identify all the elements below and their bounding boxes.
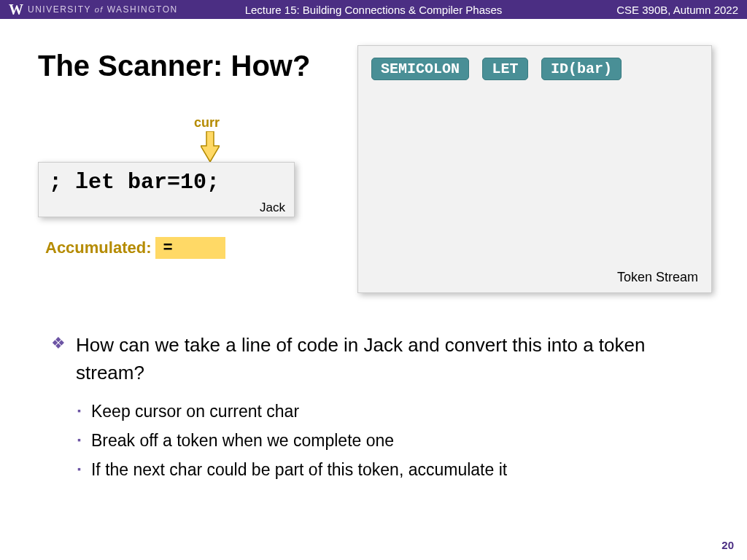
sub-bullet: ▪ Break off a token when we complete one <box>77 429 693 452</box>
main-bullet-text: How can we take a line of code in Jack a… <box>76 331 693 386</box>
lecture-title: Lecture 15: Building Connections & Compi… <box>245 4 503 16</box>
code-text: ; let bar=10; <box>49 170 284 195</box>
sub-bullet: ▪ If the next char could be part of this… <box>77 458 693 481</box>
accumulated-box: = <box>155 237 225 259</box>
sub-bullet-text: If the next char could be part of this t… <box>91 458 507 481</box>
main-bullet: ❖ How can we take a line of code in Jack… <box>51 331 693 386</box>
slide-title: The Scanner: How? <box>38 50 310 82</box>
square-bullet-icon: ▪ <box>77 400 81 423</box>
square-bullet-icon: ▪ <box>77 458 81 481</box>
accumulated-value: = <box>163 239 172 257</box>
uw-logo: W <box>9 1 23 18</box>
uw-washington: WASHINGTON <box>107 4 178 15</box>
uw-text: UNIVERSITY of WASHINGTON <box>28 4 178 15</box>
code-box: ; let bar=10; Jack <box>38 162 295 217</box>
sub-bullet-list: ▪ Keep cursor on current char ▪ Break of… <box>77 400 693 481</box>
sub-bullet-text: Break off a token when we complete one <box>91 429 394 452</box>
token-chip: ID(bar) <box>541 58 622 80</box>
uw-of: of <box>95 5 104 14</box>
token-stream-panel: SEMICOLON LET ID(bar) Token Stream <box>357 45 712 293</box>
square-bullet-icon: ▪ <box>77 429 81 452</box>
token-stream-label: Token Stream <box>617 270 698 285</box>
diamond-bullet-icon: ❖ <box>51 331 66 386</box>
code-lang-label: Jack <box>260 201 285 215</box>
sub-bullet: ▪ Keep cursor on current char <box>77 400 693 423</box>
sub-bullet-text: Keep cursor on current char <box>91 400 299 423</box>
page-number: 20 <box>721 539 734 551</box>
token-chip: SEMICOLON <box>371 58 469 80</box>
header-bar: W UNIVERSITY of WASHINGTON Lecture 15: B… <box>0 0 747 19</box>
body-text: ❖ How can we take a line of code in Jack… <box>51 331 693 487</box>
token-chip: LET <box>482 58 527 80</box>
accumulated-row: Accumulated: = <box>45 237 225 259</box>
accumulated-label: Accumulated: <box>45 238 151 257</box>
curr-label: curr <box>194 115 220 131</box>
course-code: CSE 390B, Autumn 2022 <box>616 4 738 16</box>
curr-arrow-icon <box>201 131 220 162</box>
uw-university: UNIVERSITY <box>28 4 91 15</box>
